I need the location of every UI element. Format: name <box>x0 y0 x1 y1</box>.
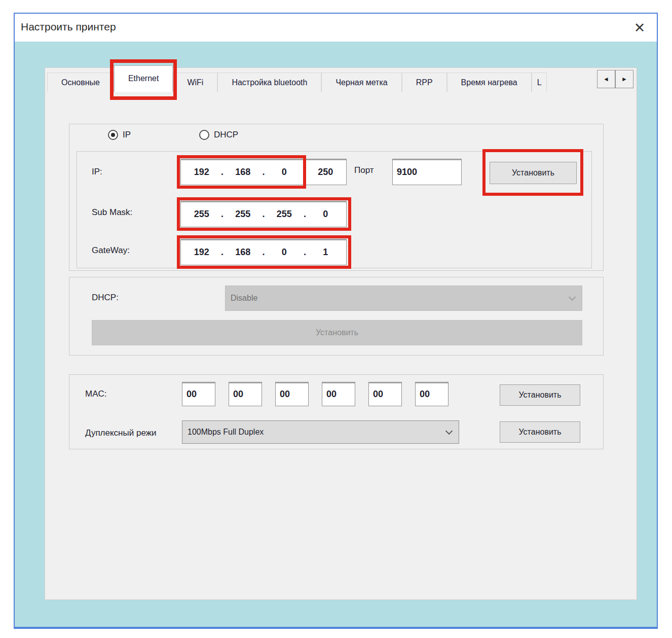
close-icon[interactable]: ✕ <box>629 19 650 37</box>
mac-byte-1: 00 <box>186 389 197 400</box>
duplex-dropdown[interactable]: 100Mbps Full Duplex <box>182 420 459 444</box>
printer-settings-dialog: Настроить принтер ✕ Основные Ethernet Wi… <box>14 13 658 629</box>
submask-label: Sub Mask: <box>92 207 132 218</box>
duplex-label: Дуплексный режи <box>85 428 182 438</box>
mac-byte-field-5[interactable]: 00 <box>368 382 402 406</box>
gateway-octet-1: 192 <box>183 247 220 258</box>
radio-ip-label: IP <box>123 130 131 140</box>
tab-wifi[interactable]: WiFi <box>173 73 217 92</box>
gateway-dot: . <box>220 247 225 258</box>
gateway-label: GateWay: <box>92 245 130 256</box>
ip-octet-1: 192 <box>183 167 220 178</box>
ip-label: IP: <box>92 167 102 177</box>
mac-byte-2: 00 <box>233 389 243 400</box>
ip-dot: . <box>220 167 225 178</box>
mac-byte-5: 00 <box>373 389 383 400</box>
mac-set-button[interactable]: Установить <box>500 384 580 406</box>
radio-dhcp-circle <box>199 130 209 140</box>
tab-page-panel: Основные Ethernet WiFi Настройка bluetoo… <box>45 67 637 600</box>
duplex-set-button[interactable]: Установить <box>500 421 580 443</box>
tab-black-mark[interactable]: Черная метка <box>321 73 401 92</box>
ip-octet-3: 0 <box>266 167 303 178</box>
radio-ip-circle <box>108 130 118 140</box>
mac-byte-field-2[interactable]: 00 <box>229 382 262 406</box>
duplex-set-button-label: Установить <box>519 428 562 437</box>
dhcp-set-button: Установить <box>92 320 582 345</box>
mac-byte-field-6[interactable]: 00 <box>415 382 449 406</box>
submask-dot: . <box>262 209 266 220</box>
gateway-dot: . <box>262 247 266 258</box>
mac-set-button-label: Установить <box>519 391 562 400</box>
dhcp-dropdown-value: Disable <box>231 294 257 303</box>
chevron-down-icon <box>445 428 453 435</box>
ip-octet-4: 250 <box>307 167 345 178</box>
tab-ethernet[interactable]: Ethernet <box>114 65 173 92</box>
radio-ip[interactable]: IP <box>108 130 131 140</box>
ip-dot: . <box>262 167 266 178</box>
gateway-octet-3: 0 <box>266 247 303 258</box>
mac-label: MAC: <box>85 389 107 399</box>
submask-octet-4: 0 <box>307 209 345 220</box>
dhcp-set-button-label: Установить <box>316 328 358 337</box>
submask-octet-3: 255 <box>266 209 303 220</box>
tab-bluetooth[interactable]: Настройка bluetooth <box>217 73 321 92</box>
title-bar: Настроить принтер ✕ <box>15 14 657 42</box>
gateway-octet-4: 1 <box>307 247 345 258</box>
mac-byte-3: 00 <box>280 389 290 400</box>
gateway-octet-2: 168 <box>225 247 262 258</box>
duplex-dropdown-value: 100Mbps Full Duplex <box>188 428 264 437</box>
submask-field[interactable]: 255 . 255 . 255 . 0 <box>180 201 347 227</box>
chevron-down-icon <box>569 294 576 301</box>
tab-ethernet-label: Ethernet <box>128 74 159 83</box>
set-ip-button-label: Установить <box>512 168 554 178</box>
tab-scroll-left-button[interactable]: ◄ <box>597 70 615 88</box>
port-field[interactable]: 9100 <box>392 159 462 185</box>
ip-dot: . <box>303 167 307 178</box>
gateway-dot: . <box>303 247 307 258</box>
tab-strip: Основные Ethernet WiFi Настройка bluetoo… <box>47 72 586 92</box>
tab-rpp[interactable]: RPP <box>402 73 447 92</box>
tab-scroll-right-button[interactable]: ► <box>615 70 633 88</box>
submask-dot: . <box>303 209 307 220</box>
submask-dot: . <box>220 209 225 220</box>
ip-octet-2: 168 <box>225 167 262 178</box>
port-value: 9100 <box>397 167 417 178</box>
mac-byte-4: 00 <box>326 389 337 400</box>
dhcp-dropdown: Disable <box>225 286 582 311</box>
mac-byte-field-1[interactable]: 00 <box>182 382 215 406</box>
set-ip-button[interactable]: Установить <box>490 162 577 184</box>
gateway-field[interactable]: 192 . 168 . 0 . 1 <box>180 239 347 265</box>
radio-dhcp-label: DHCP <box>214 130 238 140</box>
tab-truncated[interactable]: L <box>532 73 547 92</box>
ip-address-field[interactable]: 192 . 168 . 0 . 250 <box>180 159 347 185</box>
radio-dhcp[interactable]: DHCP <box>199 130 238 140</box>
tab-osnovnye[interactable]: Основные <box>47 73 114 92</box>
submask-octet-1: 255 <box>183 209 220 220</box>
dhcp-label: DHCP: <box>92 293 119 303</box>
mac-byte-field-3[interactable]: 00 <box>275 382 309 406</box>
submask-octet-2: 255 <box>225 209 262 220</box>
mac-byte-field-4[interactable]: 00 <box>322 382 355 406</box>
port-label: Порт <box>354 165 374 175</box>
mac-byte-6: 00 <box>420 389 430 400</box>
tab-heating-time[interactable]: Время нагрева <box>447 73 532 92</box>
dialog-title: Настроить принтер <box>21 21 116 33</box>
dialog-body: Основные Ethernet WiFi Настройка bluetoo… <box>15 42 657 627</box>
